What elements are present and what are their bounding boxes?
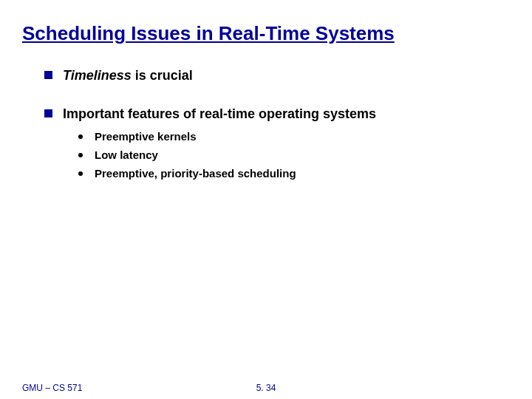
- square-bullet-icon: [44, 71, 52, 79]
- bullet-item-1: Timeliness is crucial: [44, 67, 510, 84]
- bullet-1-rest: is crucial: [132, 68, 193, 83]
- square-bullet-icon: [44, 109, 52, 117]
- footer-slide-number: 5. 34: [256, 383, 276, 393]
- bullet-text-1: Timeliness is crucial: [63, 67, 193, 84]
- sub-text-1: Preemptive kernels: [95, 129, 197, 144]
- sub-item-3: Preemptive, priority-based scheduling: [78, 166, 510, 181]
- bullet-text-2: Important features of real-time operatin…: [63, 106, 376, 123]
- dot-bullet-icon: [78, 171, 83, 176]
- bullet-item-2: Important features of real-time operatin…: [44, 106, 510, 123]
- sub-item-2: Low latency: [78, 147, 510, 163]
- dot-bullet-icon: [78, 153, 83, 157]
- sub-item-1: Preemptive kernels: [78, 129, 510, 144]
- footer-left: GMU – CS 571: [22, 383, 82, 393]
- sub-text-3: Preemptive, priority-based scheduling: [95, 166, 296, 181]
- dot-bullet-icon: [78, 134, 83, 139]
- sub-text-2: Low latency: [95, 147, 158, 163]
- bullet-1-italic: Timeliness: [63, 68, 132, 83]
- slide: Scheduling Issues in Real-Time Systems T…: [0, 0, 532, 399]
- slide-title: Scheduling Issues in Real-Time Systems: [22, 22, 510, 45]
